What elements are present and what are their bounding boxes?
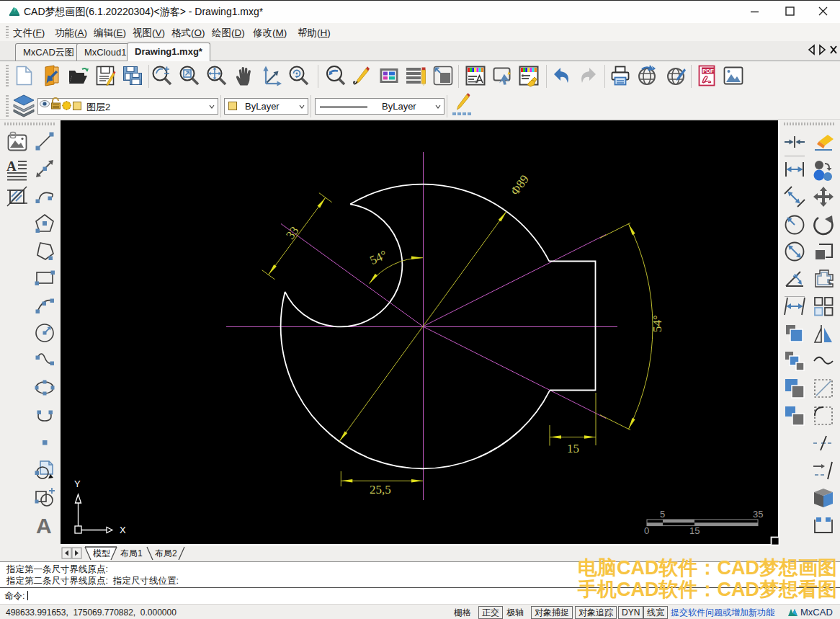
svg-text:25,5: 25,5	[370, 483, 391, 496]
svg-text:Y: Y	[74, 478, 81, 489]
svg-text:模型: 模型	[93, 548, 110, 558]
svg-text:X: X	[120, 525, 126, 535]
svg-text:15: 15	[567, 442, 579, 455]
svg-text:PDF: PDF	[702, 68, 714, 74]
svg-text:54°: 54°	[367, 248, 389, 267]
svg-text:Φ89: Φ89	[508, 172, 532, 197]
svg-text:0: 0	[644, 525, 649, 536]
svg-text:54°: 54°	[651, 315, 664, 332]
svg-text:布局1: 布局1	[120, 548, 143, 558]
svg-text:A: A	[36, 514, 52, 536]
svg-text:5: 5	[660, 509, 665, 520]
svg-text:布局2: 布局2	[155, 548, 177, 558]
svg-text:15: 15	[689, 525, 700, 536]
svg-text:33: 33	[283, 224, 301, 242]
svg-text:35: 35	[753, 509, 763, 520]
svg-text:A: A	[6, 159, 17, 174]
